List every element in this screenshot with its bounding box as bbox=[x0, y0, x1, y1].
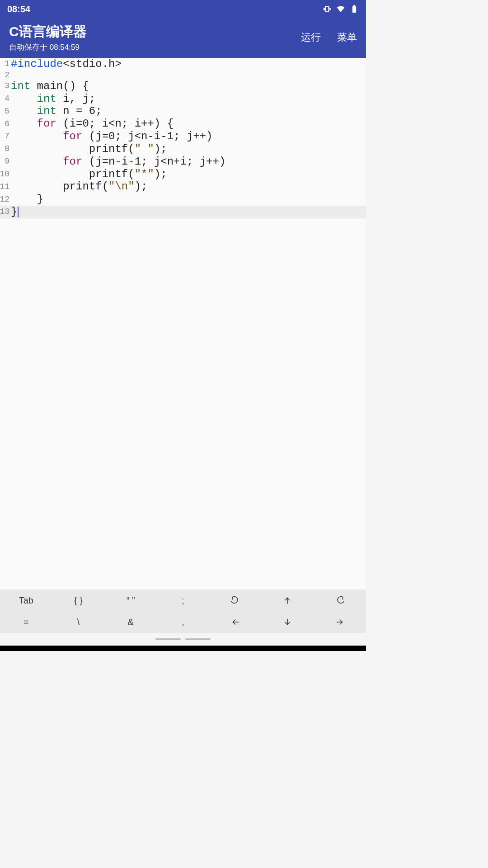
code-content[interactable]: for (i=0; i<n; i++) { bbox=[11, 118, 366, 130]
code-content[interactable]: } bbox=[11, 193, 366, 206]
code-line[interactable]: 12 } bbox=[0, 193, 366, 206]
code-content[interactable]: for (j=0; j<n-i-1; j++) bbox=[11, 130, 366, 143]
status-icons bbox=[323, 5, 359, 14]
status-bar: 08:54 bbox=[0, 0, 366, 18]
code-line[interactable]: 1#include<stdio.h> bbox=[0, 58, 366, 71]
menu-button[interactable]: 菜单 bbox=[337, 31, 357, 44]
line-number: 7 bbox=[0, 130, 11, 143]
code-content[interactable]: for (j=n-i-1; j<n+i; j++) bbox=[11, 156, 366, 168]
line-number: 13 bbox=[0, 206, 11, 218]
code-content[interactable]: int main() { bbox=[11, 80, 366, 93]
toolbar-quotes-button[interactable]: “ ” bbox=[104, 590, 157, 611]
code-content[interactable]: printf(" "); bbox=[11, 143, 366, 156]
svg-rect-1 bbox=[353, 5, 355, 6]
code-line[interactable]: 3int main() { bbox=[0, 80, 366, 93]
run-button[interactable]: 运行 bbox=[301, 31, 321, 44]
line-number: 6 bbox=[0, 118, 11, 130]
svg-rect-0 bbox=[352, 6, 356, 13]
toolbar: Tab{ }“ ”;=\&, bbox=[0, 590, 366, 633]
toolbar-tab-button[interactable]: Tab bbox=[0, 590, 52, 611]
bottom-bar bbox=[0, 646, 366, 651]
toolbar-up-button[interactable] bbox=[262, 590, 314, 611]
toolbar-equals-button[interactable]: = bbox=[0, 611, 52, 633]
line-number: 1 bbox=[0, 58, 11, 71]
arrow-down-icon bbox=[282, 617, 292, 627]
line-number: 12 bbox=[0, 193, 11, 206]
line-number: 8 bbox=[0, 143, 11, 156]
code-content[interactable]: int i, j; bbox=[11, 93, 366, 105]
nav-pill[interactable] bbox=[185, 638, 211, 640]
code-editor[interactable]: 1#include<stdio.h>23int main() {4 int i,… bbox=[0, 58, 366, 590]
code-line[interactable]: 5 int n = 6; bbox=[0, 105, 366, 118]
arrow-up-icon bbox=[282, 595, 292, 605]
app-title: C语言编译器 bbox=[9, 23, 87, 41]
code-content[interactable]: printf("\n"); bbox=[11, 180, 366, 193]
toolbar-braces-button[interactable]: { } bbox=[52, 590, 105, 611]
code-line[interactable]: 10 printf("*"); bbox=[0, 168, 366, 181]
toolbar-right-button[interactable] bbox=[314, 611, 366, 633]
code-line[interactable]: 4 int i, j; bbox=[0, 93, 366, 105]
wifi-icon bbox=[336, 5, 345, 14]
toolbar-redo-button[interactable] bbox=[314, 590, 366, 611]
toolbar-semicolon-button[interactable]: ; bbox=[157, 590, 209, 611]
code-content[interactable]: } bbox=[11, 206, 366, 218]
code-line[interactable]: 2 bbox=[0, 71, 366, 80]
vibrate-icon bbox=[323, 5, 332, 14]
code-line[interactable]: 13} bbox=[0, 206, 366, 218]
code-line[interactable]: 7 for (j=0; j<n-i-1; j++) bbox=[0, 130, 366, 143]
line-number: 9 bbox=[0, 156, 11, 168]
code-line[interactable]: 9 for (j=n-i-1; j<n+i; j++) bbox=[0, 156, 366, 168]
arrow-left-icon bbox=[230, 617, 240, 627]
text-cursor bbox=[18, 207, 19, 217]
undo-icon bbox=[230, 595, 240, 605]
code-content[interactable]: int n = 6; bbox=[11, 105, 366, 118]
line-number: 3 bbox=[0, 80, 11, 93]
redo-icon bbox=[335, 595, 345, 605]
line-number: 10 bbox=[0, 168, 11, 181]
toolbar-left-button[interactable] bbox=[209, 611, 262, 633]
code-line[interactable]: 11 printf("\n"); bbox=[0, 180, 366, 193]
line-number: 11 bbox=[0, 180, 11, 193]
code-content[interactable]: #include<stdio.h> bbox=[11, 58, 366, 71]
autosave-status: 自动保存于 08:54:59 bbox=[9, 42, 87, 52]
nav-bar bbox=[0, 633, 366, 646]
code-line[interactable]: 6 for (i=0; i<n; i++) { bbox=[0, 118, 366, 130]
toolbar-comma-button[interactable]: , bbox=[157, 611, 209, 633]
status-time: 08:54 bbox=[7, 4, 30, 14]
code-line[interactable]: 8 printf(" "); bbox=[0, 143, 366, 156]
line-number: 4 bbox=[0, 93, 11, 105]
nav-pill[interactable] bbox=[155, 638, 181, 640]
arrow-right-icon bbox=[335, 617, 345, 627]
line-number: 2 bbox=[0, 71, 11, 80]
toolbar-undo-button[interactable] bbox=[209, 590, 262, 611]
app-bar: C语言编译器 自动保存于 08:54:59 运行 菜单 bbox=[0, 18, 366, 58]
toolbar-backslash-button[interactable]: \ bbox=[52, 611, 105, 633]
line-number: 5 bbox=[0, 105, 11, 118]
toolbar-ampersand-button[interactable]: & bbox=[104, 611, 157, 633]
battery-icon bbox=[350, 5, 359, 14]
code-content[interactable]: printf("*"); bbox=[11, 168, 366, 181]
toolbar-down-button[interactable] bbox=[262, 611, 314, 633]
code-content[interactable] bbox=[11, 71, 366, 80]
